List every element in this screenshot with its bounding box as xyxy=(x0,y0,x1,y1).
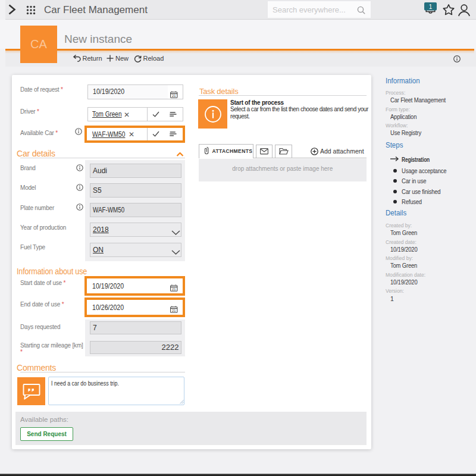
svg-text:21: 21 xyxy=(172,94,176,98)
svg-text:1: 1 xyxy=(429,4,433,10)
svg-text:21: 21 xyxy=(172,287,176,290)
svg-text:21: 21 xyxy=(172,308,176,312)
